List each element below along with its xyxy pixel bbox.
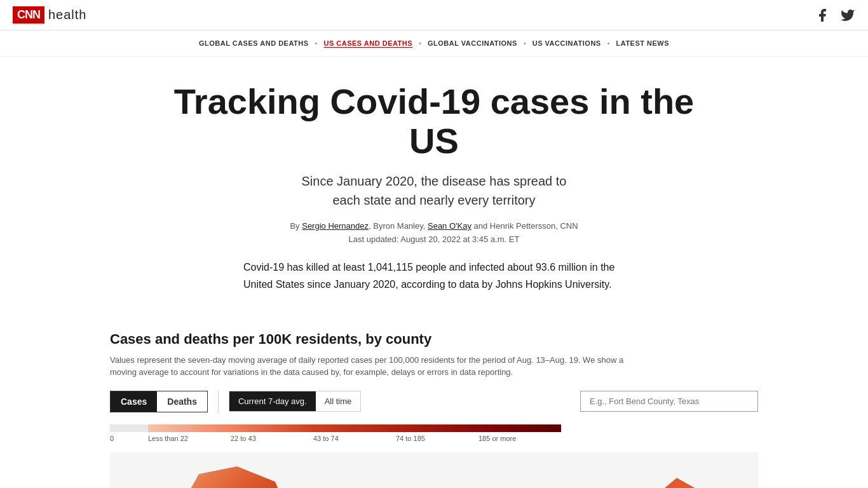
legend-color-5 bbox=[478, 424, 561, 432]
page-title: Tracking Covid-19 cases in the US bbox=[161, 82, 707, 160]
county-search-input[interactable] bbox=[580, 391, 758, 412]
map-shape-west bbox=[161, 459, 288, 488]
hero-body-text: Covid-19 has killed at least 1,041,115 p… bbox=[243, 259, 625, 293]
hero-section: Tracking Covid-19 cases in the US Since … bbox=[148, 57, 720, 331]
legend-item-2: 22 to 43 bbox=[231, 424, 313, 442]
legend-item-1: Less than 22 bbox=[148, 424, 231, 442]
cases-deaths-toggle: Cases Deaths bbox=[110, 391, 208, 412]
cnn-logo[interactable]: CNN health bbox=[13, 6, 87, 24]
all-time-button[interactable]: All time bbox=[316, 391, 361, 411]
cases-button[interactable]: Cases bbox=[111, 391, 157, 412]
nav-global-cases[interactable]: GLOBAL CASES AND DEATHS bbox=[196, 39, 311, 47]
county-section: Cases and deaths per 100K residents, by … bbox=[85, 331, 783, 488]
us-county-map bbox=[110, 452, 758, 488]
legend-label-4: 74 to 185 bbox=[396, 435, 425, 442]
social-icons bbox=[815, 8, 855, 23]
nav-global-vaccinations[interactable]: GLOBAL VACCINATIONS bbox=[425, 39, 520, 47]
facebook-icon[interactable] bbox=[815, 8, 830, 23]
legend-label-1: Less than 22 bbox=[148, 435, 188, 442]
nav-latest-news[interactable]: LATEST NEWS bbox=[614, 39, 672, 47]
byline: By Sergio Hernandez, Byron Manley, Sean … bbox=[161, 221, 707, 231]
legend-item-4: 74 to 185 bbox=[396, 424, 478, 442]
cnn-wordmark: CNN bbox=[13, 6, 44, 24]
legend-color-3 bbox=[313, 424, 396, 432]
legend-color-4 bbox=[396, 424, 478, 432]
legend-label-5: 185 or more bbox=[478, 435, 516, 442]
section-title: Cases and deaths per 100K residents, by … bbox=[110, 331, 758, 348]
controls-row: Cases Deaths Current 7-day avg. All time bbox=[110, 390, 758, 413]
map-shape-east bbox=[656, 478, 707, 488]
site-header: CNN health bbox=[0, 0, 868, 30]
controls-divider bbox=[218, 390, 219, 413]
legend-label-0: 0 bbox=[110, 435, 114, 442]
legend-label-3: 43 to 74 bbox=[313, 435, 339, 442]
last-updated: Last updated: August 20, 2022 at 3:45 a.… bbox=[161, 234, 707, 244]
legend-item-3: 43 to 74 bbox=[313, 424, 396, 442]
legend-color-1 bbox=[148, 424, 231, 432]
hero-subtitle: Since January 2020, the disease has spre… bbox=[161, 172, 707, 210]
legend-item-0: 0 bbox=[110, 424, 148, 442]
legend-item-5: 185 or more bbox=[478, 424, 561, 442]
legend-label-2: 22 to 43 bbox=[231, 435, 256, 442]
twitter-icon[interactable] bbox=[840, 8, 855, 23]
map-legend: 0 Less than 22 22 to 43 43 to 74 74 to 1… bbox=[110, 424, 758, 442]
time-toggle: Current 7-day avg. All time bbox=[229, 391, 361, 412]
nav-us-vaccinations[interactable]: US VACCINATIONS bbox=[530, 39, 604, 47]
author-sean[interactable]: Sean O'Kay bbox=[428, 221, 471, 231]
legend-color-0 bbox=[110, 424, 148, 432]
deaths-button[interactable]: Deaths bbox=[157, 391, 207, 412]
legend-color-2 bbox=[231, 424, 313, 432]
current-7day-button[interactable]: Current 7-day avg. bbox=[229, 391, 316, 411]
health-wordmark: health bbox=[48, 8, 87, 22]
county-search-container bbox=[580, 391, 758, 412]
section-description: Values represent the seven-day moving av… bbox=[110, 354, 644, 379]
author-sergio[interactable]: Sergio Hernandez bbox=[302, 221, 369, 231]
main-nav: GLOBAL CASES AND DEATHS • US CASES AND D… bbox=[0, 30, 868, 57]
nav-us-cases[interactable]: US CASES AND DEATHS bbox=[321, 39, 415, 47]
